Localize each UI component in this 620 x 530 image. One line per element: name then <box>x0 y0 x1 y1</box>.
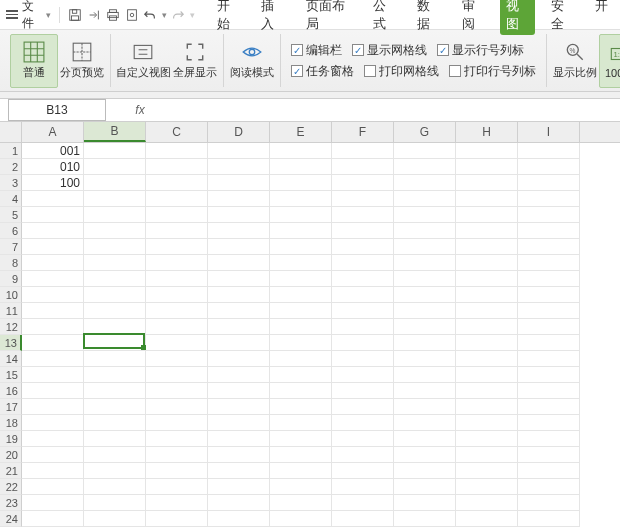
cell-E12[interactable] <box>270 319 332 335</box>
cell-C18[interactable] <box>146 415 208 431</box>
cell-B2[interactable] <box>84 159 146 175</box>
cell-E15[interactable] <box>270 367 332 383</box>
col-header-E[interactable]: E <box>270 122 332 142</box>
fx-icon[interactable]: fx <box>128 99 150 121</box>
cell-G21[interactable] <box>394 463 456 479</box>
cell-F15[interactable] <box>332 367 394 383</box>
cell-I3[interactable] <box>518 175 580 191</box>
cell-H17[interactable] <box>456 399 518 415</box>
cell-H12[interactable] <box>456 319 518 335</box>
cell-F18[interactable] <box>332 415 394 431</box>
col-header-C[interactable]: C <box>146 122 208 142</box>
tab-公式[interactable]: 公式 <box>367 0 401 35</box>
cell-G10[interactable] <box>394 287 456 303</box>
cell-B21[interactable] <box>84 463 146 479</box>
cell-H14[interactable] <box>456 351 518 367</box>
cell-I8[interactable] <box>518 255 580 271</box>
row-header-8[interactable]: 8 <box>0 255 22 271</box>
cell-F16[interactable] <box>332 383 394 399</box>
formula-bar[interactable] <box>150 99 620 121</box>
cell-E23[interactable] <box>270 495 332 511</box>
cell-F4[interactable] <box>332 191 394 207</box>
col-header-F[interactable]: F <box>332 122 394 142</box>
cell-E11[interactable] <box>270 303 332 319</box>
cell-D11[interactable] <box>208 303 270 319</box>
cell-G22[interactable] <box>394 479 456 495</box>
cell-H4[interactable] <box>456 191 518 207</box>
cell-A20[interactable] <box>22 447 84 463</box>
cell-C5[interactable] <box>146 207 208 223</box>
cell-G13[interactable] <box>394 335 456 351</box>
cell-A21[interactable] <box>22 463 84 479</box>
row-header-2[interactable]: 2 <box>0 159 22 175</box>
cell-C16[interactable] <box>146 383 208 399</box>
cell-G6[interactable] <box>394 223 456 239</box>
row-header-23[interactable]: 23 <box>0 495 22 511</box>
custom-view-button[interactable]: 自定义视图 <box>115 34 171 88</box>
cell-E14[interactable] <box>270 351 332 367</box>
cell-G20[interactable] <box>394 447 456 463</box>
col-header-H[interactable]: H <box>456 122 518 142</box>
cell-G15[interactable] <box>394 367 456 383</box>
row-header-19[interactable]: 19 <box>0 431 22 447</box>
row-header-18[interactable]: 18 <box>0 415 22 431</box>
cell-E8[interactable] <box>270 255 332 271</box>
cell-B8[interactable] <box>84 255 146 271</box>
cell-E2[interactable] <box>270 159 332 175</box>
cell-D20[interactable] <box>208 447 270 463</box>
cell-E18[interactable] <box>270 415 332 431</box>
cell-B20[interactable] <box>84 447 146 463</box>
cancel-icon[interactable] <box>106 99 128 121</box>
cell-E6[interactable] <box>270 223 332 239</box>
redo-dropdown-icon[interactable]: ▾ <box>190 10 195 20</box>
row-header-14[interactable]: 14 <box>0 351 22 367</box>
cell-G23[interactable] <box>394 495 456 511</box>
row-header-15[interactable]: 15 <box>0 367 22 383</box>
save-icon[interactable] <box>68 7 83 23</box>
cell-G3[interactable] <box>394 175 456 191</box>
row-header-10[interactable]: 10 <box>0 287 22 303</box>
cell-G9[interactable] <box>394 271 456 287</box>
tab-开始[interactable]: 开始 <box>211 0 245 35</box>
cell-D9[interactable] <box>208 271 270 287</box>
cell-H7[interactable] <box>456 239 518 255</box>
cell-D19[interactable] <box>208 431 270 447</box>
worksheet[interactable]: ABCDEFGHI1001201031004567891011121314151… <box>0 122 620 527</box>
cell-A15[interactable] <box>22 367 84 383</box>
cell-F21[interactable] <box>332 463 394 479</box>
cell-H16[interactable] <box>456 383 518 399</box>
cell-E13[interactable] <box>270 335 332 351</box>
tab-页面布局[interactable]: 页面布局 <box>300 0 357 35</box>
cell-G4[interactable] <box>394 191 456 207</box>
cell-H21[interactable] <box>456 463 518 479</box>
row-header-12[interactable]: 12 <box>0 319 22 335</box>
cell-E7[interactable] <box>270 239 332 255</box>
cell-D2[interactable] <box>208 159 270 175</box>
cell-G2[interactable] <box>394 159 456 175</box>
cell-I20[interactable] <box>518 447 580 463</box>
cell-A4[interactable] <box>22 191 84 207</box>
cell-F20[interactable] <box>332 447 394 463</box>
normal-view-button[interactable]: 普通 <box>10 34 58 88</box>
preview-icon[interactable] <box>124 7 139 23</box>
cell-I22[interactable] <box>518 479 580 495</box>
row-header-4[interactable]: 4 <box>0 191 22 207</box>
cell-A6[interactable] <box>22 223 84 239</box>
cell-C12[interactable] <box>146 319 208 335</box>
cell-F6[interactable] <box>332 223 394 239</box>
cell-G5[interactable] <box>394 207 456 223</box>
cell-B9[interactable] <box>84 271 146 287</box>
cell-G24[interactable] <box>394 511 456 527</box>
tab-视图[interactable]: 视图 <box>500 0 534 35</box>
cell-F14[interactable] <box>332 351 394 367</box>
cell-E22[interactable] <box>270 479 332 495</box>
row-header-20[interactable]: 20 <box>0 447 22 463</box>
cell-D10[interactable] <box>208 287 270 303</box>
cell-A12[interactable] <box>22 319 84 335</box>
cell-F2[interactable] <box>332 159 394 175</box>
cell-A18[interactable] <box>22 415 84 431</box>
cell-I2[interactable] <box>518 159 580 175</box>
cell-I14[interactable] <box>518 351 580 367</box>
cell-A10[interactable] <box>22 287 84 303</box>
cell-E3[interactable] <box>270 175 332 191</box>
